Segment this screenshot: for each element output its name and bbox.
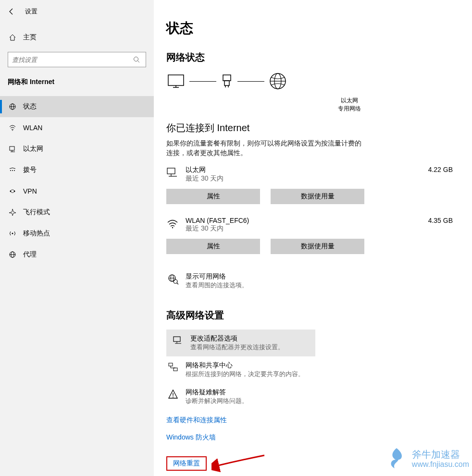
- link-hardware-props[interactable]: 查看硬件和连接属性: [166, 416, 227, 425]
- network-name: 以太网: [186, 166, 428, 174]
- network-amount: 4.22 GB: [428, 166, 472, 173]
- hotspot-icon: [8, 230, 17, 237]
- sidebar-item-airplane[interactable]: 飞行模式: [0, 202, 154, 223]
- vpn-icon: [8, 187, 17, 195]
- sharing-icon: [166, 362, 180, 378]
- wifi-icon: [166, 218, 180, 230]
- proxy-icon: [8, 251, 17, 258]
- pc-icon: [166, 73, 186, 89]
- option-title: 更改适配器选项: [190, 334, 284, 343]
- sidebar-item-label: WLAN: [23, 124, 42, 132]
- section-network-status: 网络状态: [166, 51, 472, 64]
- svg-point-5: [12, 130, 13, 131]
- option-sub: 查看周围的连接选项。: [186, 281, 248, 290]
- svg-rect-28: [167, 168, 175, 174]
- svg-line-1: [138, 61, 140, 63]
- network-entry-wlan: WLAN (FAST_EFC6) 最近 30 天内 4.35 GB 属性 数据使…: [166, 217, 472, 254]
- router-icon: [220, 73, 234, 89]
- globe-icon: [268, 72, 287, 91]
- option-title: 显示可用网络: [186, 272, 248, 281]
- svg-rect-41: [174, 368, 177, 371]
- properties-button[interactable]: 属性: [166, 189, 260, 204]
- sidebar-item-proxy[interactable]: 代理: [0, 244, 154, 265]
- watermark-brand: 斧牛加速器: [412, 449, 469, 460]
- network-amount: 4.35 GB: [428, 217, 472, 224]
- data-usage-button[interactable]: 数据使用量: [271, 189, 364, 204]
- network-name: WLAN (FAST_EFC6): [186, 217, 428, 224]
- svg-point-14: [12, 233, 13, 234]
- svg-point-35: [174, 280, 177, 283]
- svg-rect-22: [224, 81, 229, 85]
- option-sub: 查看网络适配器并更改连接设置。: [190, 343, 284, 352]
- sidebar-item-label: 移动热点: [23, 229, 50, 238]
- sidebar-item-label: 以太网: [23, 145, 43, 153]
- sidebar-item-label: 状态: [23, 102, 37, 111]
- home-icon: [8, 34, 17, 41]
- svg-point-11: [14, 170, 15, 171]
- network-sub: 最近 30 天内: [186, 174, 428, 183]
- svg-point-43: [173, 396, 174, 397]
- sidebar-item-label: 代理: [23, 250, 37, 259]
- sidebar-nav: 状态 WLAN 以太网 拨号 VPN 飞行模式: [0, 96, 154, 265]
- sidebar-section-title: 网络和 Internet: [0, 78, 154, 86]
- svg-rect-37: [174, 337, 180, 342]
- option-troubleshoot[interactable]: 网络疑难解答 诊断并解决网络问题。: [166, 383, 368, 410]
- ethernet-icon: [8, 145, 17, 153]
- sidebar-item-wlan[interactable]: WLAN: [0, 117, 154, 138]
- diagram-label: 以太网 专用网络: [227, 97, 472, 113]
- option-title: 网络疑难解答: [186, 388, 248, 397]
- sidebar-item-label: 拨号: [23, 166, 37, 174]
- svg-rect-18: [168, 75, 184, 85]
- back-button[interactable]: [5, 5, 18, 18]
- airplane-icon: [8, 208, 17, 216]
- sidebar-item-vpn[interactable]: VPN: [0, 181, 154, 202]
- svg-rect-21: [223, 75, 231, 81]
- watermark-url: www.fnjiasu.com: [412, 460, 469, 469]
- app-title: 设置: [25, 7, 37, 16]
- network-diagram: [166, 72, 472, 91]
- svg-point-0: [134, 57, 138, 61]
- svg-point-31: [172, 227, 173, 228]
- watermark-logo-icon: [383, 445, 410, 472]
- adapter-icon: [171, 335, 185, 352]
- svg-rect-40: [169, 363, 173, 366]
- dialup-icon: [8, 166, 17, 174]
- sidebar-item-status[interactable]: 状态: [0, 96, 154, 117]
- option-sub: 根据所连接到的网络，决定要共享的内容。: [186, 370, 304, 378]
- wifi-icon: [8, 124, 17, 132]
- search-input-wrap[interactable]: [8, 52, 146, 67]
- link-firewall[interactable]: Windows 防火墙: [166, 433, 216, 442]
- option-change-adapter[interactable]: 更改适配器选项 查看网络适配器并更改连接设置。: [166, 330, 315, 356]
- link-network-reset[interactable]: 网络重置: [166, 456, 207, 471]
- network-entry-ethernet: 以太网 最近 30 天内 4.22 GB 属性 数据使用量: [166, 166, 472, 204]
- svg-point-9: [10, 170, 11, 171]
- search-icon: [129, 56, 144, 63]
- option-sub: 诊断并解决网络问题。: [186, 397, 248, 405]
- option-sharing-center[interactable]: 网络和共享中心 根据所连接到的网络，决定要共享的内容。: [166, 356, 368, 383]
- option-title: 网络和共享中心: [186, 361, 304, 370]
- sidebar-item-ethernet[interactable]: 以太网: [0, 138, 154, 159]
- svg-rect-6: [10, 146, 14, 150]
- show-available-networks[interactable]: 显示可用网络 查看周围的连接选项。: [166, 268, 368, 294]
- sidebar-item-hotspot[interactable]: 移动热点: [0, 223, 154, 244]
- sidebar-item-label: VPN: [23, 187, 37, 195]
- home-label: 主页: [23, 33, 37, 42]
- search-input[interactable]: [8, 52, 129, 67]
- watermark: 斧牛加速器 www.fnjiasu.com: [383, 445, 469, 472]
- properties-button[interactable]: 属性: [166, 239, 260, 254]
- sidebar: 设置 主页 网络和 Internet 状态 WLAN: [0, 0, 154, 476]
- data-usage-button[interactable]: 数据使用量: [271, 239, 364, 254]
- page-title: 状态: [166, 19, 472, 37]
- ethernet-icon: [166, 167, 180, 179]
- connected-desc: 如果你的流量套餐有限制，则你可以将此网络设置为按流量计费的连接，或者更改其他属性…: [166, 138, 363, 158]
- troubleshoot-icon: [166, 389, 180, 405]
- globe-search-icon: [166, 273, 180, 290]
- main-content: 状态 网络状态 以太网 专用网络 你已连接到 Internet 如果你的流量套餐…: [154, 0, 472, 476]
- connected-title: 你已连接到 Internet: [166, 122, 472, 134]
- home-link[interactable]: 主页: [0, 29, 154, 46]
- svg-point-10: [12, 170, 13, 171]
- section-advanced: 高级网络设置: [166, 309, 472, 322]
- svg-line-36: [177, 283, 178, 284]
- sidebar-item-label: 飞行模式: [23, 208, 50, 217]
- sidebar-item-dialup[interactable]: 拨号: [0, 159, 154, 181]
